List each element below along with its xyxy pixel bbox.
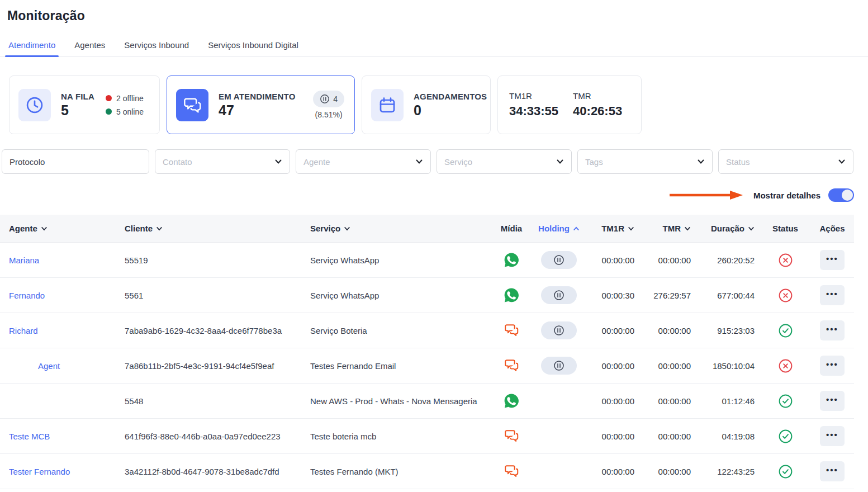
stat-cards: NA FILA 5 2 offline 5 online EM ATENDIME… xyxy=(9,75,859,134)
paused-count-badge: 4 xyxy=(313,91,344,107)
column-header-status[interactable]: Status xyxy=(760,224,810,233)
paused-percentage: (8.51%) xyxy=(315,110,343,119)
column-header-acoes[interactable]: Ações xyxy=(810,224,854,233)
row-actions-button[interactable]: ••• xyxy=(820,320,845,340)
tab-servicos-inbound[interactable]: Serviços Inbound xyxy=(123,36,190,56)
pause-circle-icon xyxy=(553,290,565,301)
tmr-label: TMR xyxy=(573,91,622,101)
table-header: Agente Cliente Serviço Mídia Holding TM1… xyxy=(0,215,854,243)
duration-cell: 915:23:03 xyxy=(696,326,760,335)
chat-bubbles-icon xyxy=(503,463,520,480)
tmr-cell: 00:00:00 xyxy=(640,432,696,441)
agent-link[interactable]: Fernando xyxy=(9,291,45,300)
table-row: Richard 7aba9ab6-1629-4c32-8aa4-dce6f778… xyxy=(0,313,854,348)
column-header-tm1r[interactable]: TM1R xyxy=(587,224,640,233)
client-cell: 3a42112f-8b0d-4647-9078-31be8adc7dfd xyxy=(116,467,301,476)
pause-circle-icon xyxy=(553,325,565,336)
row-actions-button[interactable]: ••• xyxy=(820,250,845,270)
annotation-arrow-icon xyxy=(670,190,743,200)
sort-chevron-icon xyxy=(156,225,163,232)
agent-link[interactable]: Teste MCB xyxy=(9,432,50,441)
tm1r-label: TM1R xyxy=(509,91,558,101)
status-error-icon xyxy=(778,253,793,268)
service-cell: Serviço Boteria xyxy=(301,326,492,335)
holding-pause-button[interactable] xyxy=(541,251,577,269)
chat-bubbles-icon xyxy=(503,357,520,374)
card-em-atendimento[interactable]: EM ATENDIMENTO 47 4 (8.51%) xyxy=(167,75,355,134)
chevron-down-icon xyxy=(556,158,564,165)
tm1r-cell: 00:00:00 xyxy=(587,467,640,476)
duration-cell: 04:19:08 xyxy=(696,432,760,441)
card-na-fila[interactable]: NA FILA 5 2 offline 5 online xyxy=(9,75,160,134)
tm1r-cell: 00:00:00 xyxy=(587,361,640,371)
tmr-cell: 00:00:00 xyxy=(640,326,696,335)
tmr-cell: 276:29:57 xyxy=(640,291,696,300)
holding-pause-button[interactable] xyxy=(541,357,577,375)
clock-icon xyxy=(18,89,51,121)
tmr-cell: 00:00:00 xyxy=(640,467,696,476)
pause-circle-icon xyxy=(553,360,565,371)
contato-select[interactable]: Contato xyxy=(155,149,290,174)
table-row: Teste MCB 641f96f3-88e0-446b-a0aa-0a97ed… xyxy=(0,419,854,454)
column-header-holding[interactable]: Holding xyxy=(531,224,587,233)
pause-circle-icon xyxy=(320,94,330,104)
tab-agentes[interactable]: Agentes xyxy=(73,36,106,56)
duration-cell: 260:20:52 xyxy=(696,256,760,265)
status-ok-icon xyxy=(778,464,793,479)
calendar-icon xyxy=(371,89,404,121)
em-atendimento-value: 47 xyxy=(219,103,296,119)
service-cell: Testes Fernando Email xyxy=(301,361,492,371)
agent-link[interactable]: Agent xyxy=(38,361,60,371)
status-cell xyxy=(760,323,810,338)
column-header-servico[interactable]: Serviço xyxy=(301,224,492,233)
table-row: 5548 New AWS - Prod - Whats - Nova Mensa… xyxy=(0,384,854,419)
holding-pause-button[interactable] xyxy=(541,286,577,304)
tags-select[interactable]: Tags xyxy=(577,149,713,174)
tab-atendimento[interactable]: Atendimento xyxy=(7,36,56,56)
column-header-tmr[interactable]: TMR xyxy=(640,224,696,233)
row-actions-button[interactable]: ••• xyxy=(820,391,845,411)
paused-count: 4 xyxy=(333,94,338,103)
table-body: Mariana 55519 Serviço WhatsApp xyxy=(0,243,854,489)
column-header-midia[interactable]: Mídia xyxy=(492,224,531,233)
holding-pause-button[interactable] xyxy=(541,321,577,339)
agent-link[interactable]: Tester Fernando xyxy=(9,467,70,476)
status-error-icon xyxy=(778,358,793,373)
tm1r-cell: 00:00:00 xyxy=(587,256,640,265)
whatsapp-icon xyxy=(503,252,520,268)
client-cell: 641f96f3-88e0-446b-a0aa-0a97ed0ee223 xyxy=(116,432,301,441)
agent-link[interactable]: Mariana xyxy=(9,256,39,265)
chevron-down-icon xyxy=(415,158,423,165)
card-agendamentos[interactable]: AGENDAMENTOS 0 xyxy=(362,75,491,134)
row-actions-button[interactable]: ••• xyxy=(820,285,845,305)
protocolo-input[interactable] xyxy=(2,149,149,174)
tm1r-cell: 00:00:00 xyxy=(587,396,640,406)
servico-select[interactable]: Serviço xyxy=(437,149,572,174)
filter-bar: Contato Agente Serviço Tags Status xyxy=(2,149,861,174)
sort-chevron-icon xyxy=(344,225,350,232)
row-actions-button[interactable]: ••• xyxy=(820,356,845,376)
row-actions-button[interactable]: ••• xyxy=(820,426,845,446)
column-header-agente[interactable]: Agente xyxy=(0,224,116,233)
sort-chevron-icon xyxy=(41,225,48,232)
column-header-duracao[interactable]: Duração xyxy=(696,224,760,233)
tm1r-cell: 00:00:00 xyxy=(587,432,640,441)
table-row: Agent 7a86b11b-2bf5-4e3c-9191-94cf4e5f9e… xyxy=(0,348,854,384)
details-toggle-switch[interactable] xyxy=(828,188,854,202)
client-cell: 55519 xyxy=(116,256,301,265)
agente-select[interactable]: Agente xyxy=(296,149,431,174)
media-cell xyxy=(492,252,531,268)
page-title: Monitoração xyxy=(0,0,868,23)
row-actions-button[interactable]: ••• xyxy=(820,461,845,481)
status-select[interactable]: Status xyxy=(718,149,853,174)
offline-count: 2 offline xyxy=(116,94,144,103)
agent-link[interactable]: Richard xyxy=(9,326,38,335)
column-header-cliente[interactable]: Cliente xyxy=(116,224,301,233)
tab-servicos-inbound-digital[interactable]: Serviços Inbound Digital xyxy=(207,36,300,56)
online-dot-icon xyxy=(106,108,112,115)
details-toggle-label: Mostrar detalhes xyxy=(753,191,820,200)
service-cell: Serviço WhatsApp xyxy=(301,256,492,265)
media-cell xyxy=(492,392,531,409)
status-cell xyxy=(760,429,810,444)
sort-chevron-icon xyxy=(573,225,580,232)
